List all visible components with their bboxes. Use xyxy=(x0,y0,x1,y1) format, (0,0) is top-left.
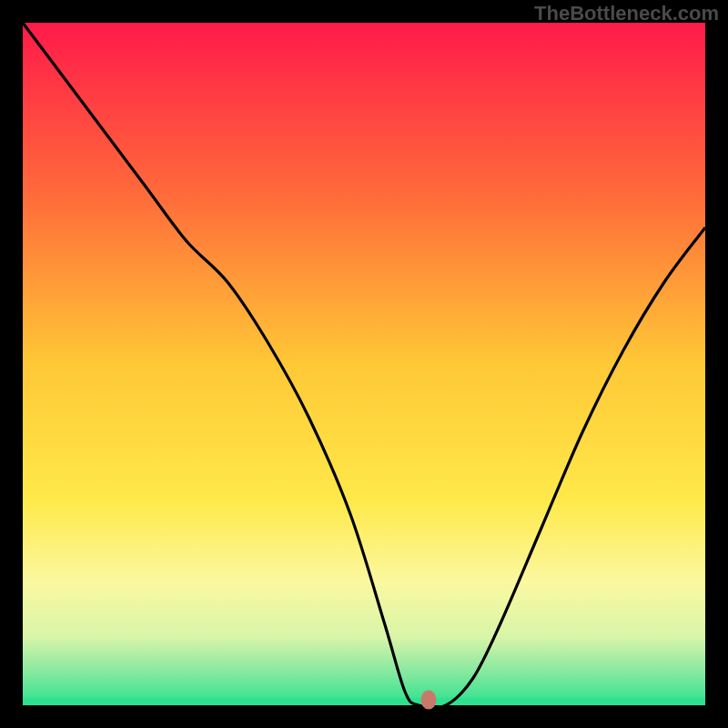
bottleneck-plot xyxy=(23,23,705,705)
plot-bottom-band xyxy=(23,698,705,705)
plot-background xyxy=(23,23,705,705)
chart-frame: TheBottleneck.com xyxy=(0,0,728,728)
watermark-text: TheBottleneck.com xyxy=(534,2,719,25)
optimal-marker xyxy=(421,691,437,710)
